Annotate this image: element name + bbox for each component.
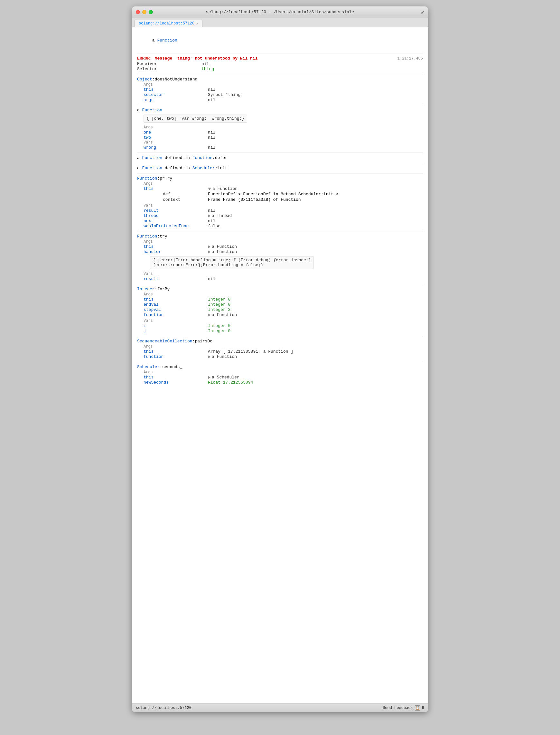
frame2-wrong-val: nil bbox=[208, 145, 423, 150]
frame5-thread-triangle[interactable] bbox=[208, 214, 210, 218]
frame2-one-key: one bbox=[144, 130, 208, 135]
frame9-this-triangle[interactable] bbox=[208, 376, 210, 379]
frame5-next-key: next bbox=[144, 219, 208, 223]
frame6-method: Function:try bbox=[137, 234, 423, 239]
frame1-this-key: this bbox=[144, 87, 208, 92]
frame-function-scheduler: a Function defined in Scheduler:init bbox=[137, 166, 423, 171]
divider-1 bbox=[137, 53, 423, 53]
frame7-j-key: j bbox=[144, 329, 208, 333]
frame7-j-val: Integer 0 bbox=[208, 329, 423, 333]
frame5-def-val: FunctionDef < FunctionDef in Method Sche… bbox=[208, 192, 339, 197]
error-block: ERROR: Message 'thing' not understood by… bbox=[137, 56, 423, 71]
frame6-this-val: a Function bbox=[208, 244, 423, 249]
frame7-var-j: j Integer 0 bbox=[144, 329, 423, 333]
frame5-args-label: Args bbox=[144, 181, 423, 186]
frame7-arg-stepval: stepval Integer 2 bbox=[144, 307, 423, 312]
frame7-var-i: i Integer 0 bbox=[144, 323, 423, 328]
frame2-label: a Function bbox=[137, 108, 423, 113]
frame5-this-def: def FunctionDef < FunctionDef in Method … bbox=[144, 192, 423, 197]
frame7-args-section: Args this Integer 0 endval Integer 0 ste… bbox=[137, 292, 423, 333]
frame6-handler-key: handler bbox=[144, 249, 208, 254]
minimize-button[interactable] bbox=[142, 10, 146, 14]
frame2-function-text: Function bbox=[142, 108, 162, 113]
frame-object-dnu: Object:doesNotUnderstand Args this nil s… bbox=[137, 77, 423, 102]
frame5-result-key: result bbox=[144, 208, 208, 213]
divider-7 bbox=[137, 231, 423, 231]
frame2-two-key: two bbox=[144, 135, 208, 140]
frame2-wrong-key: wrong bbox=[144, 145, 208, 150]
frame5-method: Function:prTry bbox=[137, 176, 423, 181]
divider-5 bbox=[137, 163, 423, 163]
selector-label: Selector bbox=[137, 67, 201, 71]
frame8-args-label: Args bbox=[144, 344, 423, 349]
frame1-method: Object:doesNotUnderstand bbox=[137, 77, 423, 82]
frame7-this-key: this bbox=[144, 297, 208, 302]
frame6-result-key: result bbox=[144, 276, 208, 281]
frame2-code-section: { |one, two| var wrong; wrong.thing;} Ar… bbox=[137, 113, 423, 150]
frame9-arg-newseconds: newSeconds Float 17.212555094 bbox=[144, 380, 423, 385]
frame6-vars-label: Vars bbox=[144, 272, 423, 276]
frame8-function-key: function bbox=[144, 354, 208, 359]
frame5-thread-key: thread bbox=[144, 213, 208, 218]
frame5-args-section: Args this a Function def FunctionDef < F… bbox=[137, 181, 423, 228]
frame1-args-key: args bbox=[144, 98, 208, 102]
window-title: sclang://localhost:57120 – /Users/crucia… bbox=[206, 10, 354, 14]
tab-label: sclang://localhost:57120 bbox=[139, 21, 194, 26]
selector-val: thing bbox=[201, 67, 423, 71]
frame8-this-key: this bbox=[144, 349, 208, 354]
expand-icon[interactable]: ⤢ bbox=[421, 9, 425, 15]
tab-close-button[interactable]: ✕ bbox=[196, 22, 199, 26]
frame8-args-section: Args this Array [ 17.211305891, a Functi… bbox=[137, 344, 423, 359]
zoom-button[interactable] bbox=[149, 10, 153, 14]
tab-bar: sclang://localhost:57120 ✕ bbox=[132, 18, 428, 27]
frame-integer-forby: Integer:forBy Args this Integer 0 endval… bbox=[137, 287, 423, 333]
feedback-count: 9 bbox=[422, 706, 424, 710]
frame5-arg-this: this a Function bbox=[144, 186, 423, 191]
frame9-this-key: this bbox=[144, 375, 208, 380]
frame4-class-text: Scheduler bbox=[192, 166, 215, 171]
title-bar: sclang://localhost:57120 – /Users/crucia… bbox=[132, 6, 428, 18]
traffic-lights bbox=[136, 10, 153, 14]
frame7-i-key: i bbox=[144, 323, 208, 328]
frame6-this-triangle[interactable] bbox=[208, 245, 210, 248]
frame9-args-label: Args bbox=[144, 370, 423, 375]
frame2-one-val: nil bbox=[208, 130, 423, 135]
frame1-arg-args: args nil bbox=[144, 98, 423, 102]
content-area: a Function ERROR: Message 'thing' not un… bbox=[132, 27, 428, 703]
frame5-var-next: next nil bbox=[144, 219, 423, 223]
frame-seqcoll-pairsdo: SequenceableCollection:pairsDo Args this… bbox=[137, 339, 423, 359]
frame8-function-triangle[interactable] bbox=[208, 355, 210, 358]
error-timestamp: 1:21:17.485 bbox=[397, 56, 423, 61]
frame5-triangle[interactable] bbox=[208, 188, 211, 190]
frame-function-try: Function:try Args this a Function handle… bbox=[137, 234, 423, 281]
frame5-wasinprotected-key: wasInProtectedFunc bbox=[144, 224, 208, 228]
divider-6 bbox=[137, 173, 423, 173]
frame-function-prtry: Function:prTry Args this a Function def … bbox=[137, 176, 423, 228]
close-button[interactable] bbox=[136, 10, 140, 14]
frame6-handler-triangle[interactable] bbox=[208, 250, 210, 254]
status-right: Send Feedback 📋 9 bbox=[383, 705, 424, 711]
frame5-var-wasinprotected: wasInProtectedFunc false bbox=[144, 224, 423, 228]
divider-9 bbox=[137, 336, 423, 336]
frame7-this-val: Integer 0 bbox=[208, 297, 423, 302]
frame4-label: a Function defined in Scheduler:init bbox=[137, 166, 423, 171]
frame7-vars-label: Vars bbox=[144, 319, 423, 323]
frame3-class-text: Function bbox=[192, 155, 212, 160]
frame6-var-result: result nil bbox=[144, 276, 423, 281]
frame1-args-label: Args bbox=[144, 82, 423, 87]
header-text: a Function bbox=[152, 38, 177, 43]
frame8-arg-function: function a Function bbox=[144, 354, 423, 359]
receiver-val: nil bbox=[201, 61, 423, 66]
frame8-method: SequenceableCollection:pairsDo bbox=[137, 339, 423, 344]
frame7-function-triangle[interactable] bbox=[208, 313, 210, 317]
feedback-icon: 📋 bbox=[415, 705, 420, 711]
frame6-handler-code-block: { |error|Error.handling = true;if (Error… bbox=[144, 255, 423, 270]
feedback-label[interactable]: Send Feedback bbox=[383, 706, 413, 710]
frame8-arg-this: this Array [ 17.211305891, a Function ] bbox=[144, 349, 423, 354]
frame1-selector-val: Symbol 'thing' bbox=[208, 92, 423, 97]
frame8-this-val: Array [ 17.211305891, a Function ] bbox=[208, 349, 423, 354]
tab-main[interactable]: sclang://localhost:57120 ✕ bbox=[135, 20, 202, 27]
error-receiver-row: Receiver nil bbox=[137, 61, 423, 66]
frame2-arg-two: two nil bbox=[144, 135, 423, 140]
frame7-arg-endval: endval Integer 0 bbox=[144, 302, 423, 307]
